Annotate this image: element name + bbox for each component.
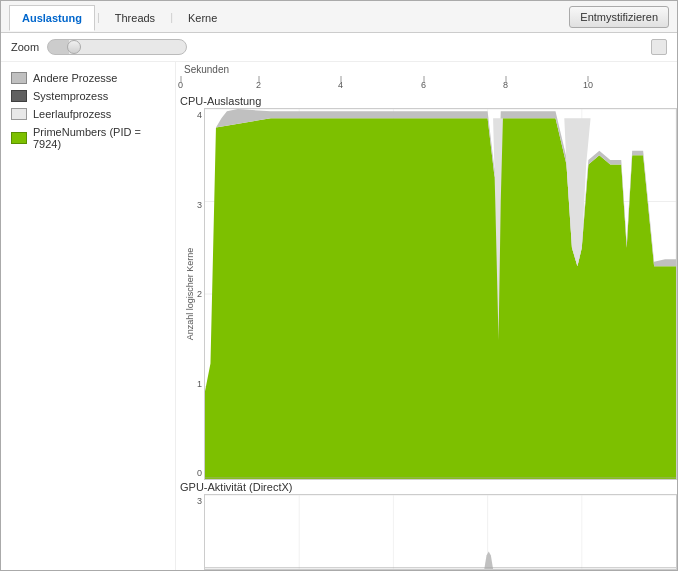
cpu-y-axis: Anzahl logischer Kerne 4 3 2 1 0 <box>176 108 204 480</box>
legend-label-andere: Andere Prozesse <box>33 72 117 84</box>
tab-kerne[interactable]: Kerne <box>175 5 230 31</box>
entmystifizieren-button[interactable]: Entmystifizieren <box>569 6 669 28</box>
cpu-ytick-3: 3 <box>197 200 202 210</box>
tab-sep-2: | <box>170 11 173 23</box>
cpu-ytick-2: 2 <box>197 289 202 299</box>
gpu-y-axis: 3 <box>176 494 204 570</box>
content-area: Andere Prozesse Systemprozess Leerlaufpr… <box>1 62 677 570</box>
main-window: Auslastung | Threads | Kerne Entmystifiz… <box>0 0 678 571</box>
prime-area <box>205 118 676 479</box>
gpu-ytick-3: 3 <box>197 496 202 506</box>
legend-color-andere <box>11 72 27 84</box>
cpu-ytick-1: 1 <box>197 379 202 389</box>
legend-item-andere: Andere Prozesse <box>11 72 165 84</box>
tab-bar: Auslastung | Threads | Kerne Entmystifiz… <box>1 1 677 33</box>
cpu-chart-svg <box>204 108 677 480</box>
cpu-chart-title: CPU-Auslastung <box>176 94 677 108</box>
tab-auslastung[interactable]: Auslastung <box>9 5 95 31</box>
scroll-indicator <box>651 39 667 55</box>
legend-color-system <box>11 90 27 102</box>
legend-color-prime <box>11 132 27 144</box>
legend-label-prime: PrimeNumbers (PID = 7924) <box>33 126 165 150</box>
legend-item-system: Systemprozess <box>11 90 165 102</box>
cpu-y-label: Anzahl logischer Kerne <box>185 248 195 341</box>
cpu-ytick-4: 4 <box>197 110 202 120</box>
charts-container: Sekunden 0 2 4 6 8 10 <box>176 62 677 570</box>
gpu-spike <box>484 552 493 569</box>
legend-label-leerlauf: Leerlaufprozess <box>33 108 111 120</box>
zoom-slider[interactable] <box>47 39 187 55</box>
cpu-ytick-0: 0 <box>197 468 202 478</box>
tab-threads[interactable]: Threads <box>102 5 168 31</box>
zoom-row: Zoom <box>1 33 677 62</box>
gpu-chart-section: GPU-Aktivität (DirectX) 3 <box>176 480 677 570</box>
gpu-chart-svg <box>204 494 677 570</box>
legend-label-system: Systemprozess <box>33 90 108 102</box>
tab-sep-1: | <box>97 11 100 23</box>
cpu-chart-inner: Anzahl logischer Kerne 4 3 2 1 0 <box>176 108 677 480</box>
legend: Andere Prozesse Systemprozess Leerlaufpr… <box>1 62 176 570</box>
legend-item-leerlauf: Leerlaufprozess <box>11 108 165 120</box>
zoom-label: Zoom <box>11 41 39 53</box>
legend-item-prime: PrimeNumbers (PID = 7924) <box>11 126 165 150</box>
legend-color-leerlauf <box>11 108 27 120</box>
gpu-chart-inner: 3 <box>176 494 677 570</box>
cpu-chart-section: CPU-Auslastung Anzahl logischer Kerne 4 … <box>176 94 677 480</box>
time-axis: Sekunden 0 2 4 6 8 10 <box>176 62 677 92</box>
gpu-chart-title: GPU-Aktivität (DirectX) <box>176 480 677 494</box>
cpu-y-label-text: Anzahl logischer Kerne <box>185 248 195 341</box>
